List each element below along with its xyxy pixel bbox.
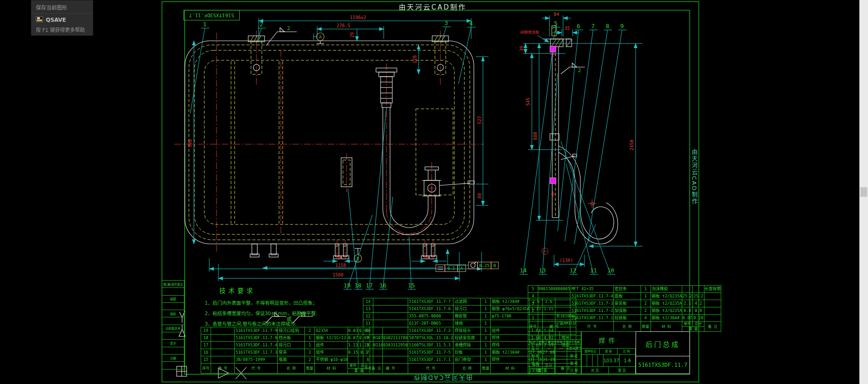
scrollbar-thumb[interactable]	[860, 187, 867, 197]
svg-text:2: 2	[260, 21, 263, 28]
balloon-17: 17	[366, 107, 386, 289]
runout-frame: 0.25 B	[448, 249, 498, 269]
svg-text:6: 6	[577, 23, 580, 29]
bom-row: 25161TXS3DF.11.7-2加强筋2钢板 t3/Q235A0.40.8	[528, 307, 721, 315]
svg-text:4: 4	[469, 20, 473, 27]
red-signature-mark: 〜	[546, 345, 552, 351]
svg-text:10: 10	[607, 267, 614, 274]
svg-text:12: 12	[569, 267, 577, 274]
scale-value: 1:6	[620, 355, 636, 366]
flatness-frame: 0.5 A	[263, 265, 466, 272]
tooltip-title: 保存当前图形	[31, 0, 93, 13]
stage-mark-box	[582, 355, 587, 366]
qsave-tooltip: 保存当前图形 QSAVE 按 F1 键获得更多帮助	[31, 0, 93, 36]
balloon-15: 15	[408, 237, 416, 289]
dim-1500: 1500	[333, 272, 343, 277]
signature-row: 设 计〜〜标准化审定	[528, 345, 581, 352]
border-info-strip: 借(通)用件登记描图描校旧底图总号签字日期	[162, 280, 184, 374]
tech-req-title: 技术要求	[219, 286, 418, 295]
bom-row: 35161TXS3DF.11.7-3安装板2钢板 t2/Q235A2.14.2	[528, 300, 721, 307]
revision-label: 处数	[537, 340, 546, 344]
svg-text:0.25: 0.25	[479, 263, 490, 268]
svg-text:B: B	[493, 263, 496, 268]
border-strip-empty	[162, 362, 184, 369]
dim-545: 545	[526, 97, 530, 106]
drawing-title: 后门总成	[636, 331, 690, 356]
signature-row: 制 图审 定	[528, 352, 581, 359]
weld-symbol-side: 2	[561, 63, 585, 74]
svg-text:A: A	[460, 266, 463, 271]
seal-strip-top	[550, 46, 556, 52]
border-strip-label: 借(通)用件登记	[162, 281, 184, 288]
balloon-14: 14	[520, 50, 553, 274]
revision-label: 更改文件号	[546, 340, 564, 344]
stage-mark-box	[593, 355, 598, 366]
balloon-16: 16	[379, 197, 393, 289]
dim-36-left: 36	[336, 255, 342, 260]
signature-row: 审 核批 准	[528, 360, 581, 367]
svg-text:7: 7	[591, 23, 595, 29]
balloon-1: 1	[190, 21, 209, 113]
revision-label: 签字	[564, 340, 573, 344]
drawing-number-box: 5161TXS3DF.11.7	[183, 10, 240, 20]
balloon-7: 7	[565, 23, 598, 241]
dim-527: 527	[477, 116, 482, 124]
weld-symbol-front: 2	[266, 25, 297, 45]
bom-table-right: 59801500800005MFT 42×35密封条1泡沫橡胶长度按需45161…	[528, 285, 721, 332]
dim-pipe-offset: 276.5	[337, 23, 350, 28]
part-type-cell: 焊件	[582, 332, 636, 349]
balloon-callouts: 1 2 3 4 5 6 7 8 9 10 11 12 13 14 15 16 1…	[190, 19, 627, 289]
dim-1150: 1150	[335, 263, 346, 268]
dim-88: 88	[477, 193, 482, 199]
scale-label: 比 例	[617, 349, 636, 354]
title-block-right: 后门总成 5161TXS3DF.11.7	[636, 331, 690, 374]
sheet-total: 共 页	[582, 367, 609, 374]
signature-row: 工艺审定日 期	[528, 367, 581, 374]
tooltip-command: QSAVE	[46, 17, 66, 23]
svg-text:5: 5	[554, 20, 558, 27]
dim-29: 29	[350, 32, 355, 38]
dim-36-right: 36	[424, 255, 429, 260]
bom-table-left: 195161TXS3DF.11.7-9排污口挂钩2Q235A0.030.0618…	[201, 327, 383, 374]
border-strip-empty	[162, 288, 184, 295]
dim-84: 84	[554, 12, 559, 17]
bom-table: 59801500800005MFT 42×35密封条1泡沫橡胶长度按需45161…	[528, 285, 721, 332]
svg-text:11: 11	[590, 267, 597, 274]
svg-text:A: A	[319, 34, 322, 39]
centerlines	[174, 31, 484, 252]
bom-row: 185161TXS3DF.11.7-8挡光板1钢板 t2/1Cr130.070.…	[201, 335, 383, 342]
weight-label: 重 量	[600, 349, 618, 354]
vertical-scrollbar[interactable]	[859, 0, 868, 384]
stage-label: 图样标记	[582, 349, 600, 354]
bom-row: 175161TXS3DF.11.7.4排污口1组件1.231.23	[201, 342, 383, 349]
balloon-8: 8	[574, 23, 612, 244]
dim-door-width: 1196±2	[350, 15, 366, 20]
watermark-bottom: 由天河云CAD制作	[375, 374, 511, 383]
seal-strip-bottom	[550, 178, 556, 184]
sheet-number: 第 页	[609, 367, 636, 374]
front-view	[174, 31, 484, 263]
border-strip-label: 描图	[162, 296, 184, 303]
weight-value: 103.37	[603, 355, 620, 366]
watermark-top: 由天河云CAD制作	[362, 2, 503, 11]
stage-mark-boxes	[582, 355, 603, 366]
border-strip-label: 签字	[162, 340, 184, 347]
bom-row: 195161TXS3DF.11.7-9排污口挂钩2Q235A0.030.06	[201, 327, 383, 335]
dim-35: 35	[564, 26, 570, 31]
balloon-18: 18	[348, 189, 362, 289]
bom-header-row: 序号编 号代 号名 称数量材 料单件总计备 注	[528, 322, 721, 327]
dim-39: 39	[519, 46, 524, 51]
title-block: 标记处数更改文件号签字日期 设 计〜〜标准化审定制 图审 定审 核批 准工艺审定…	[528, 331, 690, 374]
balloon-13: 13	[539, 73, 558, 274]
bom-header-row: 序号编 号代 号名 称数量材 料单件总计备 注	[201, 364, 383, 369]
stage-mark-box	[598, 355, 603, 366]
bom-row: 59801500800005MFT 42×35密封条1泡沫橡胶长度按需	[528, 286, 721, 293]
svg-text:2: 2	[287, 25, 290, 31]
border-strip-empty	[162, 317, 184, 325]
svg-text:14: 14	[520, 267, 527, 274]
svg-text:3: 3	[444, 19, 448, 26]
dimensions: 1196±2 276.5 29 120 527 88 990 36 36 115…	[188, 12, 642, 281]
border-strip-empty	[162, 347, 184, 355]
dim-990: 990	[188, 139, 193, 147]
datum-a: A	[313, 33, 324, 44]
